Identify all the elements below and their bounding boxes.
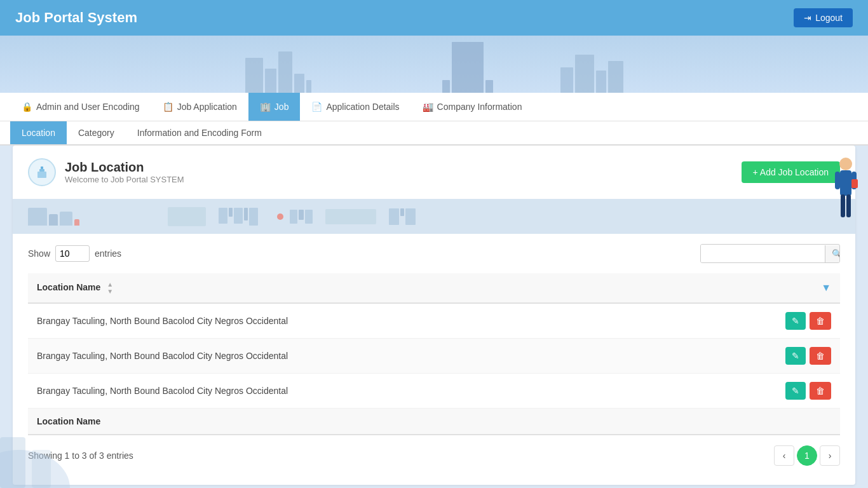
col-header-actions: ▼ (764, 273, 840, 303)
search-box: 🔍 (700, 244, 840, 263)
edit-icon: ✎ (792, 316, 799, 326)
table-row: Brangay Taculing, North Bound Bacolod Ci… (28, 374, 840, 409)
pagination: ‹ 1 › (774, 445, 840, 466)
admin-icon: 🔒 (22, 102, 32, 112)
top-decoration (0, 36, 868, 93)
search-icon: 🔍 (832, 249, 840, 259)
search-input[interactable] (701, 245, 825, 262)
table-footer: Showing 1 to 3 of 3 entries ‹ 1 › (28, 445, 840, 466)
section-title-group: Job Location Welcome to Job Portal SYSTE… (65, 160, 184, 184)
next-page-button[interactable]: › (820, 445, 840, 466)
app-details-icon: 📄 (311, 102, 322, 112)
table-row: Brangay Taculing, North Bound Bacolod Ci… (28, 303, 840, 339)
pagination-info: Showing 1 to 3 of 3 entries (28, 451, 133, 461)
edit-icon: ✎ (792, 386, 799, 396)
page-1-button[interactable]: 1 (797, 445, 817, 466)
add-job-location-button[interactable]: + Add Job Location (742, 161, 841, 183)
entries-input[interactable] (55, 245, 90, 262)
section-header-left: Job Location Welcome to Job Portal SYSTE… (28, 158, 184, 186)
tab-job-application[interactable]: 📋 Job Application (151, 93, 248, 121)
edit-button[interactable]: ✎ (785, 347, 806, 365)
tab-company-info[interactable]: 🏭 Company Information (411, 93, 534, 121)
edit-icon: ✎ (792, 351, 799, 361)
delete-button[interactable]: 🗑 (810, 382, 831, 400)
section-header: Job Location Welcome to Job Portal SYSTE… (28, 158, 840, 186)
tab-job[interactable]: 🏢 Job (248, 93, 301, 121)
job-icon: 🏢 (260, 102, 271, 112)
location-cell: Brangay Taculing, North Bound Bacolod Ci… (28, 303, 764, 339)
col-header-location[interactable]: Location Name ▲▼ (28, 273, 764, 303)
show-entries-control: Show entries (28, 245, 121, 262)
action-cell: ✎ 🗑 (764, 339, 840, 374)
subtab-location[interactable]: Location (10, 121, 67, 144)
col-footer-location: Location Name (28, 409, 764, 435)
delete-button[interactable]: 🗑 (810, 347, 831, 365)
delete-button[interactable]: 🗑 (810, 312, 831, 330)
main-tabs: 🔒 Admin and User Encoding 📋 Job Applicat… (0, 93, 868, 121)
col-footer-actions (764, 409, 840, 435)
sort-icons: ▲▼ (107, 281, 113, 295)
navigation: 🔒 Admin and User Encoding 📋 Job Applicat… (0, 93, 868, 146)
section-title: Job Location (65, 160, 184, 175)
location-cell: Brangay Taculing, North Bound Bacolod Ci… (28, 374, 764, 409)
data-table: Location Name ▲▼ ▼ Brangay Taculing, Nor… (28, 273, 840, 435)
app-header: Job Portal System ⇥ Logout (0, 0, 868, 36)
prev-page-button[interactable]: ‹ (774, 445, 794, 466)
subtab-category[interactable]: Category (67, 121, 126, 144)
svg-rect-2 (41, 166, 43, 169)
svg-rect-0 (37, 172, 46, 178)
company-icon: 🏭 (423, 102, 433, 112)
delete-icon: 🗑 (816, 316, 825, 326)
logout-icon: ⇥ (804, 13, 811, 23)
svg-rect-1 (39, 169, 44, 172)
app-title: Job Portal System (15, 10, 137, 26)
action-cell: ✎ 🗑 (764, 374, 840, 409)
table-row: Brangay Taculing, North Bound Bacolod Ci… (28, 339, 840, 374)
edit-button[interactable]: ✎ (785, 312, 806, 330)
subtab-encoding-form[interactable]: Information and Encoding Form (126, 121, 273, 144)
content-area: Job Location Welcome to Job Portal SYSTE… (0, 146, 868, 485)
search-button[interactable]: 🔍 (825, 245, 840, 262)
job-app-icon: 📋 (163, 102, 173, 112)
section-subtitle: Welcome to Job Portal SYSTEM (65, 175, 184, 184)
dropdown-icon: ▼ (821, 282, 831, 293)
logout-button[interactable]: ⇥ Logout (794, 8, 853, 27)
tab-application-details[interactable]: 📄 Application Details (300, 93, 410, 121)
main-card: Job Location Welcome to Job Portal SYSTE… (13, 146, 855, 485)
tab-admin[interactable]: 🔒 Admin and User Encoding (10, 93, 151, 121)
delete-icon: 🗑 (816, 351, 825, 361)
sub-tabs: Location Category Information and Encodi… (0, 121, 868, 145)
location-cell: Brangay Taculing, North Bound Bacolod Ci… (28, 339, 764, 374)
delete-icon: 🗑 (816, 386, 825, 396)
table-controls: Show entries 🔍 (28, 244, 840, 263)
mid-decoration (13, 199, 855, 234)
edit-button[interactable]: ✎ (785, 382, 806, 400)
action-cell: ✎ 🗑 (764, 303, 840, 339)
section-icon (28, 158, 56, 186)
